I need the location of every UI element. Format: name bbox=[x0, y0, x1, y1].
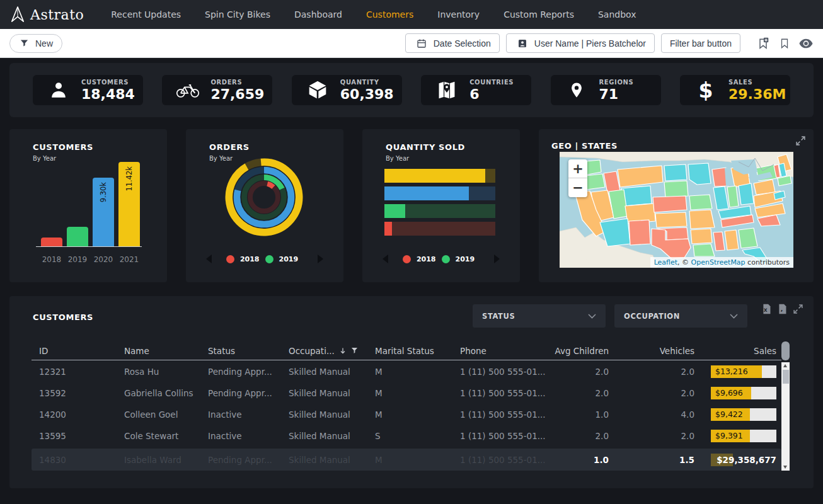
legend-prev-icon[interactable] bbox=[383, 255, 388, 263]
col-header-occupation[interactable]: Occupati... bbox=[281, 346, 367, 356]
col-header-phone[interactable]: Phone bbox=[452, 346, 548, 356]
cell-name: Colleen Goel bbox=[117, 410, 200, 420]
cell-status: Inactive bbox=[200, 431, 281, 441]
nav-item-recent-updates[interactable]: Recent Updates bbox=[99, 0, 193, 29]
cell-occupation: Skilled Manual bbox=[281, 367, 367, 377]
hbar[interactable] bbox=[384, 186, 495, 200]
vbar[interactable]: 11.42k bbox=[118, 162, 140, 246]
vbar[interactable]: 9.30k bbox=[93, 178, 114, 246]
cell-id: 12321 bbox=[32, 367, 117, 377]
legend-next-icon[interactable] bbox=[494, 255, 500, 263]
table-scrollbar-thumb-outer[interactable] bbox=[781, 341, 790, 360]
nav-item-spin-city-bikes[interactable]: Spin City Bikes bbox=[193, 0, 282, 29]
cell-id: 13592 bbox=[32, 388, 117, 398]
leaflet-map[interactable]: + − Leaflet, © OpenStreetMap contributor… bbox=[560, 152, 793, 268]
legend-next-icon[interactable] bbox=[318, 255, 323, 263]
map-attribution: Leaflet, © OpenStreetMap contributors bbox=[650, 257, 793, 268]
col-header-sales[interactable]: Sales bbox=[699, 346, 781, 356]
legend-prev-icon[interactable] bbox=[206, 255, 212, 263]
legend-dot-2019 bbox=[265, 255, 273, 263]
table-title: CUSTOMERS bbox=[33, 312, 93, 322]
status-filter-dropdown[interactable]: STATUS bbox=[473, 304, 606, 328]
orders-bicycle-icon bbox=[176, 82, 200, 99]
cell-phone: 1 (11) 500 555-01... bbox=[452, 431, 548, 441]
cell-name: Rosa Hu bbox=[117, 367, 200, 377]
zoom-in-button[interactable]: + bbox=[568, 159, 587, 178]
column-filter-icon[interactable] bbox=[351, 347, 358, 354]
nav-item-customers[interactable]: Customers bbox=[354, 0, 425, 29]
expand-icon[interactable] bbox=[793, 304, 803, 314]
table-row[interactable]: 13595 Cole Stewart Inactive Skilled Manu… bbox=[32, 425, 781, 447]
legend-label-2018: 2018 bbox=[417, 255, 436, 263]
hbar[interactable] bbox=[384, 222, 495, 236]
hbar[interactable] bbox=[384, 169, 495, 183]
nav-item-sandbox[interactable]: Sandbox bbox=[586, 0, 648, 29]
col-header-name[interactable]: Name bbox=[117, 346, 200, 356]
chart-title: QUANTITY SOLD bbox=[386, 142, 507, 152]
kpi-value: 71 bbox=[599, 86, 634, 102]
table-scrollbar-thumb[interactable] bbox=[783, 370, 789, 384]
cell-vehicles: 2.0 bbox=[614, 388, 699, 398]
kpi-panel: CUSTOMERS 18,484 ORDERS 27,659 QUANTITY … bbox=[9, 63, 814, 117]
legend-label-2019: 2019 bbox=[279, 255, 299, 263]
user-badge-icon bbox=[515, 36, 530, 51]
occupation-filter-dropdown[interactable]: OCCUPATION bbox=[614, 304, 747, 328]
cell-occupation: Skilled Manual bbox=[281, 388, 367, 398]
export-csv-icon[interactable]: , bbox=[777, 304, 788, 314]
nav-item-custom-reports[interactable]: Custom Reports bbox=[492, 0, 586, 29]
col-header-marital-status[interactable]: Marital Status bbox=[367, 346, 452, 356]
total-sales-value: $29,358,677 bbox=[717, 455, 776, 465]
sort-descending-icon[interactable] bbox=[339, 347, 347, 355]
filter-bar-label: Filter bar button bbox=[670, 38, 732, 49]
col-header-id[interactable]: ID bbox=[32, 346, 117, 356]
table-body: 12321 Rosa Hu Pending Appr... Skilled Ma… bbox=[32, 361, 781, 447]
osm-link[interactable]: OpenStreetMap bbox=[691, 258, 745, 266]
new-filter-button[interactable]: New bbox=[9, 34, 62, 53]
filter-bar-button[interactable]: Filter bar button bbox=[661, 33, 740, 53]
kpi-label: ORDERS bbox=[210, 79, 264, 86]
user-button[interactable]: User Name | Piers Batchelor bbox=[506, 33, 655, 53]
table-row[interactable]: 12321 Rosa Hu Pending Appr... Skilled Ma… bbox=[32, 361, 781, 382]
kpi-label: SALES bbox=[728, 79, 786, 86]
top-nav: Astrato Recent Updates Spin City Bikes D… bbox=[0, 0, 823, 29]
zoom-out-button[interactable]: − bbox=[568, 178, 587, 197]
cell-phone: 1 (11) 500 555-01... bbox=[452, 367, 548, 377]
quantity-box-icon bbox=[306, 80, 330, 100]
svg-text:,: , bbox=[781, 306, 783, 312]
date-selection-button[interactable]: Date Selection bbox=[405, 33, 500, 53]
kpi-label: COUNTRIES bbox=[469, 79, 514, 86]
vbar[interactable] bbox=[41, 238, 62, 246]
table-scrollbar[interactable] bbox=[781, 362, 790, 471]
donut-chart[interactable] bbox=[224, 158, 304, 237]
sales-dollar-icon: $ bbox=[694, 78, 718, 103]
scroll-up-icon[interactable] bbox=[783, 364, 787, 367]
cell-vehicles: 2.0 bbox=[614, 367, 699, 377]
charts-row: CUSTOMERS By Year 9.30k 11.42k 2018 2019… bbox=[9, 129, 814, 282]
nav-item-dashboard[interactable]: Dashboard bbox=[282, 0, 354, 29]
leaflet-link[interactable]: Leaflet bbox=[654, 258, 677, 266]
table-row[interactable]: 13592 Gabriella Collins Pending Appr... … bbox=[32, 382, 781, 404]
col-header-avg-children[interactable]: Avg Children bbox=[548, 346, 614, 356]
chevron-down-icon bbox=[730, 314, 738, 319]
bookmark-icon[interactable] bbox=[777, 36, 792, 51]
col-header-vehicles[interactable]: Vehicles bbox=[614, 346, 699, 356]
cell-marital: M bbox=[367, 388, 452, 398]
bookmark-add-icon[interactable] bbox=[756, 36, 771, 51]
scroll-down-icon[interactable] bbox=[783, 466, 787, 469]
countries-map-icon bbox=[435, 80, 459, 100]
nav-item-inventory[interactable]: Inventory bbox=[425, 0, 492, 29]
cell-occupation: Skilled Manual bbox=[281, 410, 367, 420]
col-header-status[interactable]: Status bbox=[200, 346, 281, 356]
vbar[interactable] bbox=[67, 227, 88, 246]
eye-icon[interactable] bbox=[798, 36, 814, 51]
hbar[interactable] bbox=[384, 204, 495, 218]
table-row[interactable]: 14200 Colleen Goel Inactive Skilled Manu… bbox=[32, 404, 781, 425]
expand-icon[interactable] bbox=[795, 135, 807, 147]
filter-toolbar: New Date Selection User Name | Piers Bat… bbox=[0, 29, 823, 58]
col-header-occupation-label: Occupati... bbox=[289, 346, 335, 356]
cell-name: Cole Stewart bbox=[117, 431, 200, 441]
total-avg-children: 1.0 bbox=[548, 455, 614, 465]
total-sales-cell: $29,358,677 bbox=[699, 454, 781, 466]
kpi-value: 29.36M bbox=[728, 86, 786, 102]
export-excel-icon[interactable]: X bbox=[761, 304, 772, 314]
